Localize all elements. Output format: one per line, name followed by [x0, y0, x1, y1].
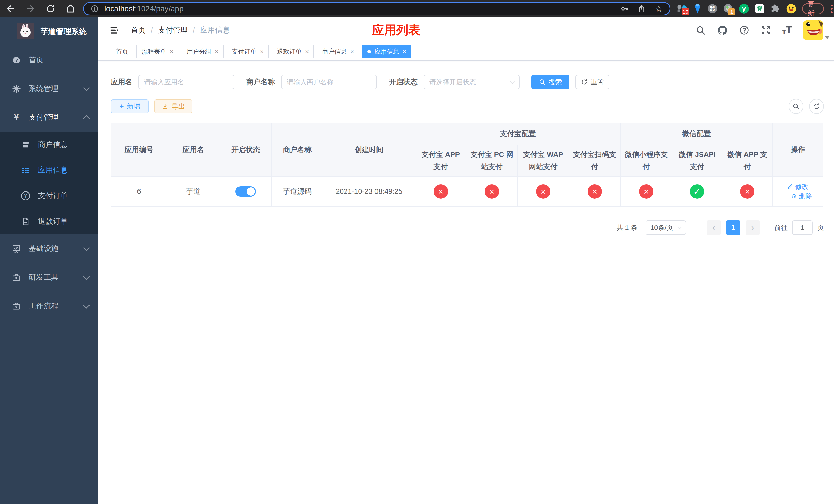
sidebar-item-app-info[interactable]: 应用信息 — [0, 157, 98, 183]
yen-icon: ¥ — [10, 112, 23, 123]
github-icon[interactable] — [717, 25, 728, 36]
next-page-button[interactable]: › — [746, 221, 760, 235]
profile-avatar-icon[interactable] — [786, 4, 796, 14]
cell-wechat-app: × — [722, 177, 772, 206]
browser-update-button[interactable]: 更新 — [802, 3, 824, 14]
logo-rabbit-icon — [17, 23, 34, 41]
avatar-image — [803, 20, 823, 40]
tab-user-group[interactable]: 用户分组 × — [181, 45, 224, 58]
sidebar-item-system[interactable]: 系统管理 — [0, 74, 98, 103]
disabled-badge: × — [588, 184, 602, 199]
sidebar-item-pay-order[interactable]: ¥ 支付订单 — [0, 183, 98, 209]
bookmark-star-icon[interactable]: ☆ — [655, 4, 663, 13]
add-button[interactable]: + 新增 — [111, 99, 149, 113]
navbar: 首页 / 支付管理 / 应用信息 应用列表 — [98, 18, 834, 43]
password-key-icon[interactable] — [620, 5, 629, 13]
close-icon[interactable]: × — [215, 48, 219, 54]
sidebar-item-label: 退款订单 — [38, 216, 68, 227]
refresh-table-button[interactable] — [809, 99, 824, 114]
close-icon[interactable]: × — [170, 48, 173, 54]
tab-app-info[interactable]: 应用信息 × — [362, 45, 411, 58]
cell-alipay-qr: × — [569, 177, 621, 206]
sidebar-item-home[interactable]: 首页 — [0, 46, 98, 74]
site-info-icon[interactable] — [90, 5, 99, 13]
extension-proxy-icon[interactable]: 1 — [723, 4, 733, 14]
disabled-badge: × — [434, 184, 448, 199]
pagination: 共 1 条 10条/页 ‹ 1 › 前往 页 — [111, 221, 824, 235]
cell-actions: 修改 删除 — [772, 177, 823, 206]
extension-balloon-icon[interactable] — [693, 4, 702, 14]
url-host: localhost — [104, 4, 135, 13]
address-bar[interactable]: localhost:1024/pay/app ☆ — [83, 2, 671, 15]
extension-chat-icon[interactable] — [755, 4, 765, 14]
reload-icon[interactable] — [46, 4, 56, 14]
app-title: 芋道管理系统 — [41, 26, 87, 37]
browser-nav-buttons — [6, 4, 75, 14]
edit-link[interactable]: 修改 — [787, 182, 809, 191]
reset-button[interactable]: 重置 — [575, 75, 609, 89]
page-number-button[interactable]: 1 — [726, 221, 740, 235]
sidebar-item-merchant-info[interactable]: 商户信息 — [0, 132, 98, 157]
tab-pay-order[interactable]: 支付订单 × — [227, 45, 269, 58]
extension-cmd-icon[interactable]: ⌘ — [708, 4, 717, 14]
chevron-down-icon — [83, 245, 89, 251]
sidebar-item-refund-order[interactable]: 退款订单 — [0, 209, 98, 234]
status-toggle[interactable] — [236, 186, 256, 197]
tab-process-form[interactable]: 流程表单 × — [136, 45, 178, 58]
search-button[interactable]: 搜索 — [531, 75, 569, 89]
home-icon[interactable] — [66, 4, 75, 14]
breadcrumb-home[interactable]: 首页 — [131, 25, 146, 36]
breadcrumb-pay[interactable]: 支付管理 — [158, 25, 188, 36]
col-actions: 操作 — [772, 123, 823, 177]
user-avatar[interactable] — [803, 20, 823, 40]
goto-page-input[interactable] — [792, 221, 813, 235]
font-size-icon[interactable]: TT — [782, 25, 792, 36]
disabled-badge: × — [639, 184, 654, 199]
forward-icon[interactable] — [26, 4, 36, 14]
sidebar-item-label: 系统管理 — [29, 84, 59, 94]
sidebar-item-devtools[interactable]: 研发工具 — [0, 263, 98, 292]
sidebar-item-workflow[interactable]: 工作流程 — [0, 292, 98, 320]
chevron-down-icon — [677, 225, 682, 229]
browser-menu-icon[interactable] — [831, 5, 833, 13]
close-icon[interactable]: × — [305, 48, 309, 54]
table-toolbar: + 新增 导出 — [111, 99, 824, 114]
extension-yuque-icon[interactable]: y — [739, 4, 749, 14]
share-icon[interactable] — [638, 5, 645, 13]
page-unit-label: 页 — [817, 223, 824, 232]
app-name-input[interactable] — [138, 75, 235, 89]
close-icon[interactable]: × — [350, 48, 354, 54]
fullscreen-icon[interactable] — [761, 25, 771, 36]
sidebar: 芋道管理系统 首页 系统管理 ¥ — [0, 18, 98, 504]
prev-page-button[interactable]: ‹ — [706, 221, 721, 235]
close-icon[interactable]: × — [403, 48, 406, 54]
back-icon[interactable] — [6, 4, 15, 14]
edit-pencil-icon — [787, 184, 793, 190]
merchant-name-input[interactable] — [281, 75, 377, 89]
sidebar-item-label: 商户信息 — [38, 139, 68, 150]
extension-diamond-icon[interactable]: 10 — [677, 4, 687, 14]
download-icon — [162, 103, 169, 110]
close-icon[interactable]: × — [260, 48, 264, 54]
navbar-actions: TT — [696, 20, 823, 40]
filter-form: 应用名 商户名称 开启状态 请选择开启状态 搜索 重置 — [111, 75, 824, 89]
status-select[interactable]: 请选择开启状态 — [424, 75, 520, 89]
sidebar-item-infra[interactable]: 基础设施 — [0, 234, 98, 263]
export-button[interactable]: 导出 — [154, 99, 192, 113]
sidebar-item-payment[interactable]: ¥ 支付管理 — [0, 103, 98, 132]
sidebar-logo[interactable]: 芋道管理系统 — [0, 18, 98, 46]
merchant-name-label: 商户名称 — [246, 77, 275, 87]
col-group-wechat: 微信配置 — [621, 123, 772, 145]
chevron-up-icon — [83, 115, 89, 121]
search-icon[interactable] — [696, 25, 706, 36]
tab-home[interactable]: 首页 — [111, 45, 133, 58]
help-icon[interactable] — [739, 25, 749, 36]
delete-link[interactable]: 删除 — [791, 191, 812, 201]
sidebar-collapse-icon[interactable] — [109, 25, 120, 36]
tab-merchant-info[interactable]: 商户信息 × — [317, 45, 359, 58]
extensions-puzzle-icon[interactable] — [770, 4, 780, 14]
page-size-select[interactable]: 10条/页 — [645, 221, 686, 235]
col-alipay-wap: 支付宝 WAP 网站支付 — [518, 145, 569, 177]
show-search-button[interactable] — [789, 99, 804, 114]
tab-refund-order[interactable]: 退款订单 × — [272, 45, 314, 58]
